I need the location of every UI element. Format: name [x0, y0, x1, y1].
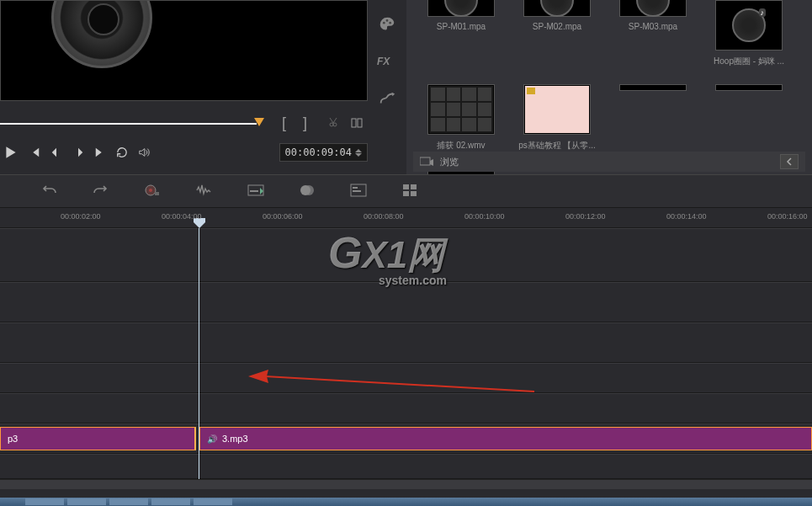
title-track[interactable] [0, 363, 812, 393]
media-item[interactable]: ps基础教程 【从零... [517, 84, 597, 152]
repeat-button[interactable] [116, 146, 128, 158]
media-item[interactable]: Hoop圈圈 - 妈咪 ... [709, 0, 788, 67]
split-icon[interactable] [350, 116, 365, 131]
path-tool-icon[interactable] [378, 89, 396, 109]
mark-out-icon[interactable]: ] [303, 115, 307, 132]
media-thumbnail [619, 84, 687, 91]
undo-button[interactable] [42, 183, 57, 200]
timecode-down[interactable] [355, 153, 362, 157]
media-label: SP-M03.mpa [613, 22, 693, 31]
media-item[interactable]: 捕获 02.wmv [422, 84, 501, 152]
media-label: SP-M02.mpa [517, 22, 597, 31]
media-thumbnail [715, 84, 783, 91]
timeline-scrollbar[interactable] [0, 479, 812, 489]
svg-rect-15 [353, 187, 358, 189]
volume-button[interactable] [138, 146, 150, 158]
svg-point-2 [383, 22, 385, 24]
scroll-left-button[interactable] [780, 154, 799, 169]
media-thumbnail [427, 0, 495, 17]
ruler-tick: 00:00:14:00 [666, 212, 707, 221]
svg-rect-11 [250, 190, 258, 192]
media-thumbnail [715, 0, 783, 51]
audio-mixer-button[interactable] [195, 183, 212, 200]
redo-button[interactable] [93, 183, 108, 200]
scrub-marker[interactable] [254, 118, 264, 126]
svg-rect-18 [411, 184, 417, 189]
clip-label: p3 [8, 434, 18, 444]
timecode-value: 00:00:09:04 [285, 146, 352, 158]
timeline-toolbar [0, 174, 812, 208]
svg-rect-0 [352, 119, 356, 127]
overlay-track-2[interactable] [0, 322, 812, 363]
media-thumbnail [427, 84, 495, 135]
ruler-tick: 00:00:08:00 [364, 212, 404, 221]
svg-rect-9 [155, 192, 159, 195]
media-label: SP-M01.mpa [422, 22, 501, 31]
play-button[interactable] [3, 145, 19, 160]
clip-label: 3.mp3 [222, 434, 248, 444]
music-track[interactable]: p3 🔊 3.mp3 [0, 423, 812, 454]
media-label: ps基础教程 【从零... [517, 140, 597, 152]
browse-label[interactable]: 浏览 [440, 156, 459, 168]
os-taskbar [0, 498, 812, 506]
audio-clip-icon: 🔊 [207, 434, 217, 444]
timecode-up[interactable] [355, 149, 362, 152]
svg-point-13 [304, 185, 314, 195]
svg-point-8 [149, 189, 152, 192]
preview-panel: [ ] [0, 0, 368, 174]
browse-bar: 浏览 [413, 152, 805, 172]
audio-clip-1[interactable]: p3 [0, 427, 196, 450]
go-start-button[interactable] [29, 146, 40, 158]
ruler-tick: 00:00:02:00 [61, 212, 101, 221]
playhead-line[interactable] [199, 228, 199, 479]
svg-rect-1 [358, 119, 362, 127]
media-thumbnail [619, 0, 687, 17]
svg-rect-19 [403, 191, 409, 196]
step-forward-button[interactable] [72, 146, 84, 158]
speaker-graphic [51, 0, 152, 68]
svg-rect-20 [411, 191, 417, 196]
svg-point-4 [389, 22, 391, 24]
color-tool-icon[interactable] [378, 15, 396, 35]
svg-rect-16 [353, 190, 361, 192]
fx-tool-icon[interactable]: FX [377, 54, 397, 71]
overlay-track-1[interactable] [0, 282, 812, 322]
go-end-button[interactable] [94, 146, 106, 158]
timecode-display[interactable]: 00:00:09:04 [279, 143, 368, 162]
effect-tools-sidebar: FX [368, 0, 406, 174]
cut-icon[interactable] [326, 116, 342, 131]
voice-track[interactable] [0, 393, 812, 423]
ruler-tick: 00:00:04:00 [162, 212, 202, 221]
media-item[interactable]: SP-M02.mpa [517, 0, 597, 67]
ruler-tick: 00:00:16:00 [767, 212, 808, 221]
svg-rect-17 [403, 184, 409, 189]
spacer-track [0, 454, 812, 479]
media-thumbnail [523, 0, 591, 17]
media-item[interactable]: SP-M01.mpa [422, 0, 501, 67]
svg-rect-6 [420, 157, 430, 165]
mark-in-icon[interactable]: [ [282, 115, 286, 132]
media-label: Hoop圈圈 - 妈咪 ... [709, 56, 788, 67]
step-back-button[interactable] [50, 146, 62, 158]
timeline-ruler[interactable]: 00:00:02:0000:00:04:0000:00:06:0000:00:0… [0, 208, 812, 228]
grid-button[interactable] [402, 184, 417, 199]
media-item[interactable]: SP-M03.mpa [613, 0, 693, 67]
ruler-tick: 00:00:06:00 [263, 212, 303, 221]
disc-button[interactable] [300, 183, 315, 200]
ruler-tick: 00:00:12:00 [565, 212, 606, 221]
preview-scrubber[interactable]: [ ] [0, 116, 368, 133]
preview-window[interactable] [0, 0, 368, 101]
title-button[interactable] [247, 183, 264, 200]
video-track-1[interactable] [0, 228, 812, 282]
media-library: SP-M01.mpaSP-M02.mpaSP-M03.mpaHoop圈圈 - 妈… [406, 0, 812, 174]
svg-text:FX: FX [377, 56, 390, 67]
svg-point-3 [386, 19, 389, 22]
audio-clip-2[interactable]: 🔊 3.mp3 [199, 427, 812, 450]
media-item[interactable] [613, 84, 693, 152]
media-item[interactable] [709, 84, 788, 152]
ruler-tick: 00:00:10:00 [464, 212, 505, 221]
media-thumbnail [523, 84, 591, 135]
browse-icon[interactable] [420, 156, 433, 168]
chapter-button[interactable] [350, 184, 367, 199]
record-button[interactable] [143, 182, 160, 200]
